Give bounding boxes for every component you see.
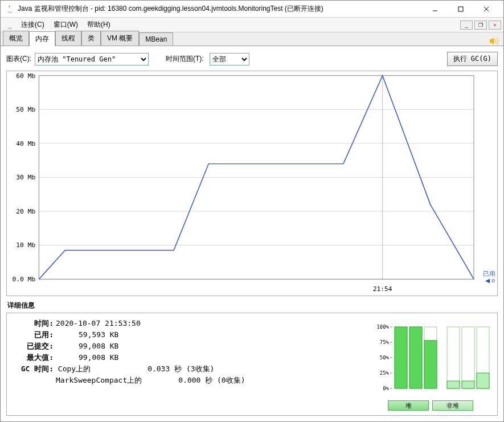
svg-rect-42 <box>462 381 474 388</box>
svg-text:40 Mb: 40 Mb <box>16 140 35 148</box>
tab-threads[interactable]: 线程 <box>55 31 81 46</box>
committed-value: 99,008 KB <box>79 341 118 352</box>
svg-text:60 Mb: 60 Mb <box>16 72 35 80</box>
mdi-controls: _ ❐ × <box>458 21 501 30</box>
gc-msc-name: MarkSweepCompact上的 <box>56 376 142 384</box>
used-value: 59,593 KB <box>79 329 118 341</box>
svg-rect-40 <box>447 381 460 388</box>
heap-bars-chart[interactable]: 0%25%50%75%100% <box>371 318 490 398</box>
details-title: 详细信息 <box>7 301 498 310</box>
svg-text:100%: 100% <box>376 324 389 330</box>
menu-help[interactable]: 帮助(H) <box>83 18 115 31</box>
svg-text:30 Mb: 30 Mb <box>16 174 35 182</box>
tab-vmsummary[interactable]: VM 概要 <box>101 31 139 46</box>
pool-select[interactable]: 内存池 "Tenured Gen" <box>35 53 149 65</box>
time-label: 时间: <box>14 318 54 329</box>
range-label: 时间范围(T): <box>166 54 204 64</box>
heap-button[interactable]: 堆 <box>388 400 429 411</box>
svg-text:0.0 Mb: 0.0 Mb <box>13 276 36 283</box>
max-value: 99,008 KB <box>79 352 118 363</box>
memory-chart[interactable]: 0.0 Mb10 Mb20 Mb30 Mb40 Mb50 Mb60 Mb21:5… <box>6 71 498 296</box>
details-box: 时间:2020-10-07 21:53:50 已用:59,593 KB 已提交:… <box>6 313 498 416</box>
svg-rect-1 <box>458 7 463 11</box>
window-title: Java 监视和管理控制台 - pid: 16380 com.geekdiggi… <box>18 4 422 14</box>
svg-text:20 Mb: 20 Mb <box>16 208 35 215</box>
svg-text:0%: 0% <box>383 386 389 391</box>
mdi-restore-button[interactable]: ❐ <box>474 21 487 30</box>
java-icon <box>5 5 14 14</box>
tab-overview[interactable]: 概览 <box>3 31 29 46</box>
mdi-minimize-button[interactable]: _ <box>460 21 473 30</box>
heap-bars: 0%25%50%75%100% 堆 非堆 <box>371 318 490 411</box>
used-label: 已用: <box>14 329 54 341</box>
svg-text:25%: 25% <box>380 370 390 376</box>
time-value: 2020-10-07 21:53:50 <box>56 318 141 329</box>
gc-msc-time: 0.000 秒 (0收集) <box>178 376 245 384</box>
window-controls <box>422 1 499 17</box>
chart-canvas: 0.0 Mb10 Mb20 Mb30 Mb40 Mb50 Mb60 Mb21:5… <box>7 71 497 296</box>
committed-label: 已提交: <box>14 341 54 352</box>
svg-rect-44 <box>477 373 489 388</box>
tab-classes[interactable]: 类 <box>81 31 101 46</box>
svg-rect-36 <box>409 327 422 388</box>
gc-copy-name: Copy上的 <box>58 364 91 373</box>
details-text: 时间:2020-10-07 21:53:50 已用:59,593 KB 已提交:… <box>14 318 371 411</box>
svg-text:◀ 0: ◀ 0 <box>485 277 495 284</box>
gc-label: GC 时间: <box>14 363 54 375</box>
range-select[interactable]: 全部 <box>210 53 249 65</box>
svg-text:已用: 已用 <box>483 271 495 277</box>
svg-text:75%: 75% <box>380 339 390 345</box>
tabbar: 概览 内存 线程 类 VM 概要 MBean <box>1 32 503 46</box>
max-label: 最大值: <box>14 352 54 363</box>
tab-mbean[interactable]: MBean <box>139 32 173 46</box>
titlebar: Java 监视和管理控制台 - pid: 16380 com.geekdiggi… <box>1 1 503 18</box>
svg-rect-39 <box>447 327 460 388</box>
java-icon <box>5 21 14 30</box>
svg-rect-38 <box>424 341 437 388</box>
tab-memory[interactable]: 内存 <box>29 31 55 46</box>
svg-text:50%: 50% <box>380 355 390 360</box>
svg-rect-41 <box>462 327 474 388</box>
gc-button[interactable]: 执行 GC(G) <box>447 52 498 66</box>
menu-window[interactable]: 窗口(W) <box>49 18 83 31</box>
mdi-close-button[interactable]: × <box>489 21 501 30</box>
chart-controls: 图表(C): 内存池 "Tenured Gen" 时间范围(T): 全部 执行 … <box>6 52 498 66</box>
gc-copy-time: 0.033 秒 (3收集) <box>147 364 214 373</box>
svg-rect-34 <box>395 327 407 388</box>
speaker-icon[interactable] <box>489 36 500 46</box>
maximize-button[interactable] <box>448 1 473 17</box>
svg-text:50 Mb: 50 Mb <box>16 106 35 113</box>
memory-panel: 图表(C): 内存池 "Tenured Gen" 时间范围(T): 全部 执行 … <box>1 46 503 421</box>
chart-label: 图表(C): <box>6 54 31 64</box>
nonheap-button[interactable]: 非堆 <box>432 400 473 411</box>
svg-text:10 Mb: 10 Mb <box>16 242 35 249</box>
app-window: Java 监视和管理控制台 - pid: 16380 com.geekdiggi… <box>0 0 504 422</box>
minimize-button[interactable] <box>422 1 448 17</box>
svg-text:21:54: 21:54 <box>373 286 392 293</box>
menu-connect[interactable]: 连接(C) <box>17 18 49 31</box>
close-button[interactable] <box>473 1 499 17</box>
